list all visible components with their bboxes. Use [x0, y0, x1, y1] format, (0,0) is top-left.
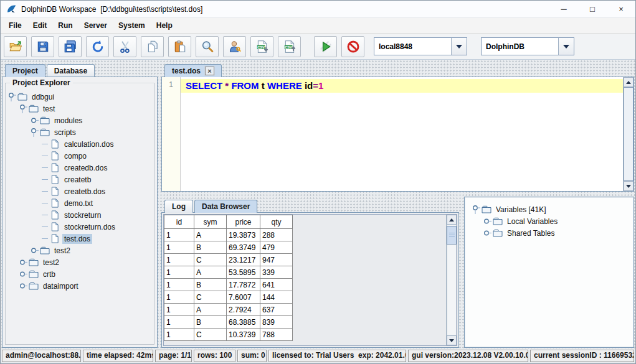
table-cell[interactable]: 479 — [260, 241, 293, 254]
table-cell[interactable]: 1 — [164, 241, 194, 254]
scroll-up-icon[interactable] — [624, 77, 634, 87]
editor-tab-test-dos[interactable]: test.dos × — [164, 64, 222, 77]
column-header-qty[interactable]: qty — [260, 215, 293, 229]
collapse-handle-icon[interactable] — [8, 92, 16, 101]
table-row[interactable]: 1A53.5895339 — [164, 266, 293, 279]
tab-database[interactable]: Database — [47, 64, 95, 77]
tree-item-test-dos[interactable]: test.dos — [6, 233, 154, 245]
editor-scrollbar-thumb[interactable] — [624, 87, 634, 181]
table-cell[interactable]: 947 — [260, 254, 293, 266]
table-cell[interactable]: 144 — [260, 291, 293, 304]
table-cell[interactable]: 1 — [164, 279, 194, 291]
code-line-current[interactable]: SELECT * FROM t WHERE id=1 — [181, 79, 623, 93]
table-cell[interactable]: C — [194, 291, 227, 304]
table-cell[interactable]: 641 — [260, 279, 293, 291]
scroll-down-icon[interactable] — [624, 181, 634, 191]
close-tab-icon[interactable]: × — [205, 67, 214, 75]
tab-log[interactable]: Log — [164, 200, 193, 213]
tree-item-dataimport[interactable]: dataimport — [6, 280, 154, 292]
paste-button[interactable] — [168, 36, 191, 57]
editor-scrollbar-track[interactable] — [624, 87, 634, 181]
tree-item-test[interactable]: test — [6, 103, 154, 114]
table-cell[interactable]: C — [194, 329, 227, 341]
collapse-handle-icon[interactable] — [31, 128, 39, 137]
menu-server[interactable]: Server — [78, 19, 113, 32]
tree-item-test2[interactable]: test2 — [6, 256, 154, 268]
table-row[interactable]: 1A2.7924637 — [164, 304, 293, 316]
tree-item-createdb-dos[interactable]: createdb.dos — [6, 162, 154, 174]
tree-item-stockreturn-dos[interactable]: stockreturn.dos — [6, 221, 154, 233]
column-header-price[interactable]: price — [227, 215, 260, 229]
tab-data-browser[interactable]: Data Browser — [194, 200, 257, 213]
menu-system[interactable]: System — [113, 19, 151, 32]
table-cell[interactable]: B — [194, 241, 227, 254]
table-cell[interactable]: C — [194, 254, 227, 266]
scroll-down-icon[interactable] — [447, 335, 457, 345]
tree-item-variables-41k[interactable]: Variables [41K] — [470, 203, 631, 215]
tree-item-stockreturn[interactable]: stockreturn — [6, 209, 154, 221]
tree-item-modules[interactable]: modules — [6, 114, 154, 126]
table-cell[interactable]: A — [194, 229, 227, 241]
chevron-down-icon[interactable] — [451, 38, 467, 55]
scroll-up-icon[interactable] — [447, 215, 457, 225]
tree-item-crtb[interactable]: crtb — [6, 268, 154, 280]
maximize-button[interactable]: □ — [578, 1, 607, 17]
user-admin-button[interactable] — [223, 36, 246, 57]
table-row[interactable]: 1C10.3739788 — [164, 329, 293, 341]
stop-button[interactable] — [341, 36, 364, 57]
chevron-down-icon[interactable] — [558, 38, 574, 55]
table-cell[interactable]: 637 — [260, 304, 293, 316]
collapse-handle-icon[interactable] — [19, 104, 27, 113]
table-cell[interactable]: 1 — [164, 254, 194, 266]
column-header-id[interactable]: id — [164, 215, 194, 229]
expand-handle-icon[interactable] — [31, 116, 39, 125]
table-row[interactable]: 1C7.6007144 — [164, 291, 293, 304]
table-row[interactable]: 1B17.7872641 — [164, 279, 293, 291]
bottom-vertical-splitter[interactable] — [459, 197, 464, 348]
table-cell[interactable]: 1 — [164, 316, 194, 329]
table-cell[interactable]: 53.5895 — [227, 266, 260, 279]
table-cell[interactable]: 1 — [164, 229, 194, 241]
table-scrollbar-thumb[interactable] — [447, 226, 457, 245]
save-all-button[interactable] — [59, 36, 82, 57]
table-cell[interactable]: 1 — [164, 304, 194, 316]
tree-item-test2[interactable]: test2 — [6, 245, 154, 256]
tree-item-local-variables[interactable]: Local Variables — [470, 215, 631, 227]
table-cell[interactable]: 69.3749 — [227, 241, 260, 254]
tree-item-createtb-dos[interactable]: createtb.dos — [6, 185, 154, 197]
tree-item-ddbgui[interactable]: ddbgui — [6, 91, 154, 103]
refresh-button[interactable] — [86, 36, 109, 57]
menu-run[interactable]: Run — [52, 19, 78, 32]
export-csv-button[interactable]: CSV — [250, 36, 273, 57]
copy-button[interactable] — [141, 36, 164, 57]
menu-file[interactable]: File — [3, 19, 27, 32]
table-row[interactable]: 1C23.1217947 — [164, 254, 293, 266]
tab-project[interactable]: Project — [5, 64, 45, 77]
table-cell[interactable]: A — [194, 266, 227, 279]
table-cell[interactable]: 288 — [260, 229, 293, 241]
expand-handle-icon[interactable] — [19, 281, 27, 291]
open-button[interactable] — [4, 36, 27, 57]
tree-item-scripts[interactable]: scripts — [6, 126, 154, 138]
table-row[interactable]: 1B69.3749479 — [164, 241, 293, 254]
tree-item-createtb[interactable]: createtb — [6, 174, 154, 185]
tree-item-calculation-dos[interactable]: calculation.dos — [6, 138, 154, 150]
server-combo[interactable]: local8848 — [374, 37, 467, 55]
table-cell[interactable]: B — [194, 316, 227, 329]
language-combo[interactable]: DolphinDB — [481, 37, 574, 55]
table-cell[interactable]: 1 — [164, 266, 194, 279]
table-row[interactable]: 1A19.3873288 — [164, 229, 293, 241]
cut-button[interactable] — [113, 36, 136, 57]
editor-vertical-scrollbar[interactable] — [623, 77, 634, 191]
code-editor[interactable]: SELECT * FROM t WHERE id=1 — [181, 77, 623, 191]
save-button[interactable] — [31, 36, 54, 57]
table-cell[interactable]: 339 — [260, 266, 293, 279]
table-cell[interactable]: A — [194, 304, 227, 316]
expand-handle-icon[interactable] — [19, 258, 27, 267]
table-row[interactable]: 1B68.3885839 — [164, 316, 293, 329]
table-cell[interactable]: 68.3885 — [227, 316, 260, 329]
table-cell[interactable]: B — [194, 279, 227, 291]
table-cell[interactable]: 839 — [260, 316, 293, 329]
expand-handle-icon[interactable] — [31, 246, 39, 255]
table-cell[interactable]: 23.1217 — [227, 254, 260, 266]
